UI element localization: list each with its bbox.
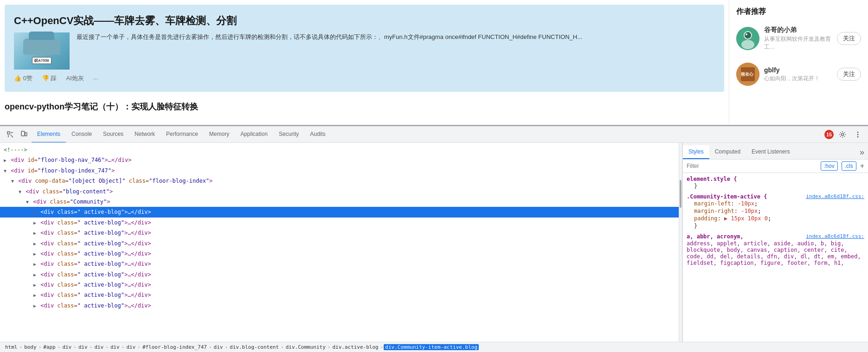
author-name-1: gblfy	[764, 66, 832, 74]
more-btn[interactable]: ···	[93, 75, 98, 82]
car-top	[29, 32, 54, 40]
css-rule-generic: a, abbr, acronym, index.a8c6d18f.css: ad…	[687, 233, 864, 267]
collapse-ab2[interactable]: ▶	[33, 230, 36, 236]
collapse-arrow-comm[interactable]: ▼	[26, 199, 29, 205]
collapse-arrow-comp[interactable]: ▼	[11, 179, 14, 184]
collapse-ab4[interactable]: ▶	[33, 251, 36, 256]
article-card-1[interactable]: C++OpenCV实战——车牌去雾、车牌检测、分割 皖A7558 最近接了一个单…	[5, 5, 724, 92]
bc-active-blog[interactable]: div.active-blog	[331, 344, 379, 350]
collapse-ab5[interactable]: ▶	[33, 262, 36, 267]
bc-community-item-active[interactable]: div.Community-item-active.blog	[384, 344, 479, 350]
dom-line-active-blog-5[interactable]: ▶ <div class=" active-blog">…</div>	[0, 259, 679, 269]
tab-performance[interactable]: Performance	[161, 126, 204, 142]
dom-line-comp[interactable]: ▼ <div comp-data="[object Object]" class…	[0, 176, 679, 186]
tab-application[interactable]: Application	[235, 126, 273, 142]
styles-tab-more[interactable]: »	[856, 145, 868, 159]
follow-btn-0[interactable]: 关注	[837, 32, 861, 45]
bc-div4[interactable]: div	[109, 344, 121, 350]
svg-line-12	[11, 135, 13, 137]
svg-point-3	[745, 32, 751, 38]
comment-text: <!---->	[4, 147, 27, 153]
collapse-ab9[interactable]: ▶	[33, 303, 36, 308]
styles-add-btn[interactable]: +	[860, 162, 864, 170]
tab-network[interactable]: Network	[129, 126, 161, 142]
devtools-right-controls: 15	[824, 128, 864, 141]
bc-body[interactable]: body	[23, 344, 38, 350]
css-rule-selector-community: .Community-item-active { index.a8c6d18f.…	[687, 193, 864, 200]
dom-line-active-blog-0[interactable]: ▶ <div class=" active-blog">…</div>	[0, 207, 679, 217]
dom-line-index[interactable]: ▼ <div id="floor-blog-index_747">	[0, 166, 679, 176]
bc-floor[interactable]: #floor-blog-index_747	[141, 344, 208, 350]
bc-community[interactable]: div.Community	[284, 344, 327, 350]
dom-line-blog-content[interactable]: ▼ <div class="blog-content">	[0, 186, 679, 197]
collapse-ab3[interactable]: ▶	[33, 241, 36, 246]
svg-point-16	[857, 131, 859, 133]
collapse-ab8[interactable]: ▶	[33, 293, 36, 298]
device-toggle-btn[interactable]	[18, 128, 31, 141]
collapse-arrow[interactable]: ▶	[4, 158, 6, 163]
website-area: C++OpenCV实战——车牌去雾、车牌检测、分割 皖A7558 最近接了一个单…	[0, 0, 868, 125]
error-count-badge: 15	[824, 130, 834, 139]
car-shape	[23, 38, 60, 55]
bc-div1[interactable]: div	[61, 344, 73, 350]
css-source-link-generic[interactable]: index.a8c6d18f.css:	[806, 233, 864, 239]
dom-line-active-blog-2[interactable]: ▶ <div class=" active-blog">…</div>	[0, 228, 679, 238]
collapse-arrow-bc[interactable]: ▼	[19, 189, 21, 194]
styles-tab-event-listeners[interactable]: Event Listeners	[746, 145, 796, 159]
author-desc-0: 从事互联网软件开发及教育工...	[764, 35, 832, 51]
css-rule-selector-element: element.style {	[687, 176, 864, 182]
tab-security[interactable]: Security	[273, 126, 304, 142]
more-options-btn[interactable]	[851, 128, 864, 141]
like-btn[interactable]: 👍 0赞	[14, 74, 32, 83]
tab-memory[interactable]: Memory	[204, 126, 235, 142]
sidebar: 作者推荐 谷哥的小弟 从事互联网软件开发及教育工... 关注	[729, 0, 868, 125]
styles-cls-btn[interactable]: .cls	[842, 161, 856, 171]
svg-point-15	[842, 133, 844, 135]
tab-sources[interactable]: Sources	[97, 126, 129, 142]
ai-label: AI炮灰	[66, 74, 84, 83]
dom-line-active-blog-3[interactable]: ▶ <div class=" active-blog">…</div>	[0, 238, 679, 249]
dom-line-community[interactable]: ▼ <div class="Community">	[0, 197, 679, 207]
svg-point-18	[857, 136, 859, 137]
follow-btn-1[interactable]: 关注	[837, 68, 861, 81]
dom-line-active-blog-4[interactable]: ▶ <div class=" active-blog">…</div>	[0, 249, 679, 259]
dislike-btn[interactable]: 👎 踩	[42, 74, 57, 83]
settings-btn[interactable]	[836, 128, 849, 141]
bc-div2[interactable]: div	[77, 344, 89, 350]
tab-console[interactable]: Console	[66, 126, 97, 142]
styles-pseudo-btn[interactable]: :hov	[821, 161, 838, 171]
css-source-link-community[interactable]: index.a8c6d18f.css:	[806, 193, 864, 199]
styles-panel-tabs: Styles Computed Event Listeners »	[683, 143, 868, 160]
styles-tab-styles[interactable]: Styles	[683, 145, 709, 159]
collapse-ab7[interactable]: ▶	[33, 282, 36, 288]
bc-html[interactable]: html	[4, 344, 19, 350]
dom-line-active-blog-1[interactable]: ▶ <div class=" active-blog">…</div>	[0, 218, 679, 228]
styles-tab-computed[interactable]: Computed	[709, 145, 746, 159]
dom-line-active-blog-9[interactable]: ▶ <div class=" active-blog">…</div>	[0, 301, 679, 311]
author-info-1: gblfy 心如向阳，次第花开！	[764, 66, 832, 83]
devtools-panel: Elements Console Sources Network Perform…	[0, 125, 868, 352]
bc-div5[interactable]: div	[125, 344, 137, 350]
dom-panel[interactable]: <!----> ▶ <div id="floor-blog-nav_746">……	[0, 143, 679, 342]
bc-div6[interactable]: div	[212, 344, 225, 350]
dom-line-active-blog-7[interactable]: ▶ <div class=" active-blog">…</div>	[0, 280, 679, 290]
tab-elements[interactable]: Elements	[32, 126, 66, 142]
dom-line-active-blog-8[interactable]: ▶ <div class=" active-blog">…</div>	[0, 290, 679, 300]
styles-content: element.style { } .Community-item-active…	[683, 173, 868, 342]
collapse-ab1[interactable]: ▶	[33, 220, 36, 225]
dom-line-comment[interactable]: <!---->	[0, 145, 679, 155]
collapse-arrow-index[interactable]: ▼	[4, 168, 6, 173]
breadcrumb: html › body › #app › div › div › div › d…	[0, 342, 868, 352]
styles-filter-input[interactable]	[687, 163, 817, 169]
bc-div3[interactable]: div	[93, 344, 105, 350]
dom-line-active-blog-6[interactable]: ▶ <div class=" active-blog">…</div>	[0, 269, 679, 280]
dom-line-nav[interactable]: ▶ <div id="floor-blog-nav_746">…</div>	[0, 155, 679, 165]
bc-app[interactable]: #app	[42, 344, 57, 350]
bc-blog-content[interactable]: div.blog-content	[228, 344, 280, 350]
article-title-1: C++OpenCV实战——车牌去雾、车牌检测、分割	[14, 14, 715, 28]
collapse-ab6[interactable]: ▶	[33, 272, 36, 277]
tab-audits[interactable]: Audits	[304, 126, 331, 142]
inspect-element-btn[interactable]	[4, 128, 17, 141]
styles-panel: Styles Computed Event Listeners » :hov .…	[682, 143, 868, 342]
dom-scrollbar[interactable]	[679, 143, 682, 342]
